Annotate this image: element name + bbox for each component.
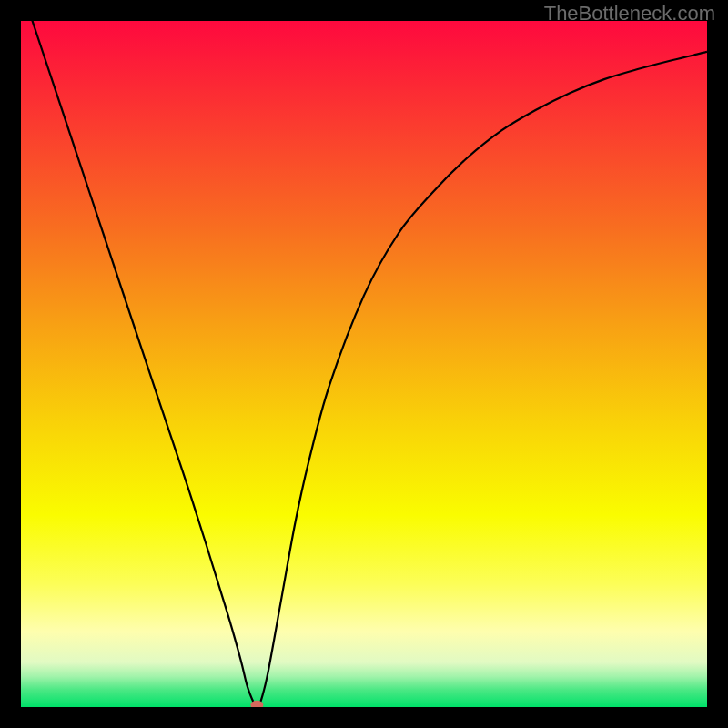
bottleneck-chart: [21, 21, 707, 707]
gradient-background: [21, 21, 707, 707]
watermark-text: TheBottleneck.com: [544, 2, 715, 25]
chart-frame: [21, 21, 707, 707]
